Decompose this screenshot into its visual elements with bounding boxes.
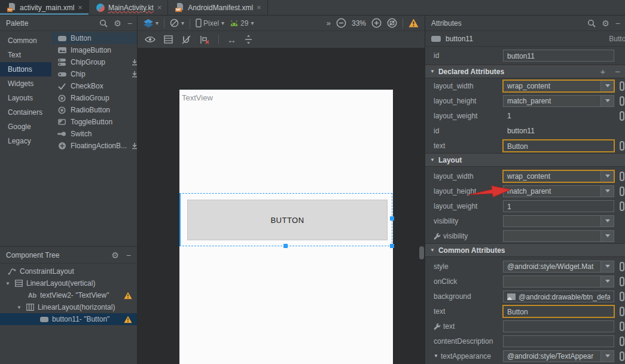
collapse-icon[interactable]: ▼ [430, 157, 435, 163]
palette-category-common[interactable]: Common [0, 33, 51, 48]
toolbar-overflow-chevrons[interactable]: » [327, 19, 331, 27]
search-icon[interactable] [587, 19, 596, 27]
palette-category-layouts[interactable]: Layouts [0, 91, 51, 105]
text-input[interactable]: Button [503, 305, 614, 317]
view-options-eye-icon[interactable] [145, 36, 156, 43]
flag-toggle-icon[interactable] [620, 96, 624, 106]
chevron-down-icon[interactable] [600, 276, 614, 287]
palette-item-chip[interactable]: Chip [51, 68, 137, 80]
palette-item-chipgroup[interactable]: ChipGroup [51, 56, 137, 68]
canvas-scrollbar[interactable] [419, 246, 424, 259]
section-common-attributes[interactable]: ▼ Common Attributes [425, 243, 625, 257]
tab-mainactivity-kt[interactable]: MainActivity.kt × [89, 0, 168, 15]
minimize-icon[interactable]: − [615, 19, 620, 27]
expand-arrow-icon[interactable]: ▼ [5, 281, 11, 286]
layout-weight-value[interactable]: 1 [503, 112, 511, 120]
flag-toggle-icon[interactable] [620, 262, 624, 271]
background-input[interactable]: @android:drawable/btn_defau [503, 290, 614, 302]
collapse-icon[interactable]: ▼ [430, 247, 435, 253]
chevron-down-icon[interactable] [600, 261, 614, 272]
palette-category-google[interactable]: Google [0, 120, 51, 134]
close-icon[interactable]: × [78, 4, 83, 11]
close-icon[interactable]: × [257, 4, 261, 11]
expand-icon[interactable]: ▼ [434, 353, 438, 359]
flag-toggle-icon[interactable] [620, 351, 624, 361]
palette-item-checkbox[interactable]: CheckBox [51, 80, 137, 92]
palette-item-switch[interactable]: Switch [51, 128, 137, 140]
palette-item-floatingactionbutton[interactable]: FloatingActionB... [51, 140, 137, 152]
resize-handle-bottom[interactable] [283, 244, 288, 248]
chevron-down-icon[interactable] [600, 231, 614, 241]
collapse-icon[interactable]: ▼ [430, 69, 435, 74]
flag-toggle-icon[interactable] [620, 81, 624, 91]
style-combo[interactable]: @android:style/Widget.Mat [503, 261, 614, 273]
chevron-down-icon[interactable] [600, 216, 614, 227]
layout-height-combo[interactable]: match_parent [503, 185, 614, 197]
blueprint-mode-icon[interactable] [164, 35, 173, 44]
tree-item-linearlayout-horizontal[interactable]: ▼ LinearLayout(horizontal) [0, 301, 137, 313]
zoom-out-button[interactable] [336, 18, 346, 28]
section-layout[interactable]: ▼ Layout [425, 153, 625, 167]
section-declared-attributes[interactable]: ▼ Declared Attributes + − [425, 65, 625, 78]
palette-category-text[interactable]: Text [0, 48, 51, 62]
resize-handle-right[interactable] [390, 216, 394, 221]
tab-activity-main-xml[interactable]: <> activity_main.xml × [0, 0, 89, 15]
tools-text-input[interactable] [503, 320, 614, 332]
zoom-in-button[interactable] [371, 18, 382, 28]
layout-width-combo[interactable]: wrap_content [503, 170, 614, 182]
chevron-down-icon[interactable] [600, 171, 614, 182]
tree-item-constraintlayout[interactable]: ConstraintLayout [0, 265, 137, 277]
autoconnect-off-magnet-icon[interactable] [181, 35, 191, 44]
flag-toggle-icon[interactable] [620, 292, 624, 301]
gear-icon[interactable]: ⚙ [602, 19, 609, 27]
palette-category-widgets[interactable]: Widgets [0, 77, 51, 91]
visibility-combo[interactable] [503, 215, 614, 227]
gear-icon[interactable]: ⚙ [114, 19, 121, 27]
palette-item-imagebutton[interactable]: ImageButton [51, 44, 137, 56]
search-icon[interactable] [99, 19, 108, 27]
palette-item-radiogroup[interactable]: RadioGroup [51, 92, 137, 104]
resize-handle-corner[interactable] [390, 244, 394, 248]
device-selector[interactable]: Pixel ▾ [196, 19, 224, 27]
flag-toggle-icon[interactable] [620, 141, 624, 151]
remove-attribute-icon[interactable]: − [615, 66, 620, 77]
minimize-icon[interactable]: − [127, 19, 132, 27]
warnings-button-icon[interactable] [408, 19, 419, 27]
layout-height-combo[interactable]: match_parent [503, 95, 614, 107]
preview-textview[interactable]: TextView [182, 93, 213, 102]
flag-toggle-icon[interactable] [620, 307, 624, 316]
onclick-combo[interactable] [503, 276, 614, 287]
chevron-down-icon[interactable] [600, 186, 614, 197]
contentdescription-input[interactable] [503, 335, 614, 347]
tab-androidmanifest-xml[interactable]: MF AndroidManifest.xml × [168, 0, 267, 15]
orientation-selector[interactable]: ▾ [170, 19, 184, 27]
layout-weight-input[interactable]: 1 [503, 200, 614, 212]
layout-width-combo[interactable]: wrap_content [503, 80, 614, 92]
text-input[interactable]: Button [503, 140, 614, 152]
flag-toggle-icon[interactable] [620, 111, 624, 121]
id-value[interactable]: button11 [503, 127, 535, 135]
device-screen-preview[interactable]: TextView BUTTON [179, 90, 393, 364]
design-mode-selector[interactable]: ▾ [144, 19, 158, 27]
id-input[interactable]: button11 [503, 50, 614, 62]
clear-constraints-icon[interactable] [200, 35, 210, 44]
palette-item-radiobutton[interactable]: RadioButton [51, 104, 137, 116]
gear-icon[interactable]: ⚙ [111, 251, 119, 259]
flag-toggle-icon[interactable] [620, 322, 624, 331]
preview-button[interactable]: BUTTON [187, 200, 388, 240]
flag-toggle-icon[interactable] [620, 337, 624, 346]
selection-outline[interactable]: BUTTON [179, 193, 392, 246]
flag-toggle-icon[interactable] [620, 172, 624, 181]
api-selector[interactable]: 29 ▾ [230, 19, 254, 27]
expand-arrow-icon[interactable]: ▼ [16, 305, 22, 310]
design-canvas[interactable]: TextView BUTTON [138, 48, 425, 364]
tree-item-button11[interactable]: button11- "Button" [0, 313, 137, 325]
tree-item-textview2[interactable]: Ab textView2- "TextView" [0, 289, 137, 301]
zoom-to-fit-button[interactable] [387, 18, 397, 28]
flag-toggle-icon[interactable] [620, 201, 624, 211]
flag-toggle-icon[interactable] [620, 186, 624, 196]
tree-item-linearlayout-vertical[interactable]: ▼ LinearLayout(vertical) [0, 277, 137, 289]
infer-constraints-h-icon[interactable]: ↔ [227, 35, 236, 45]
palette-item-togglebutton[interactable]: ToggleButton [51, 116, 137, 128]
add-attribute-icon[interactable]: + [600, 66, 605, 77]
